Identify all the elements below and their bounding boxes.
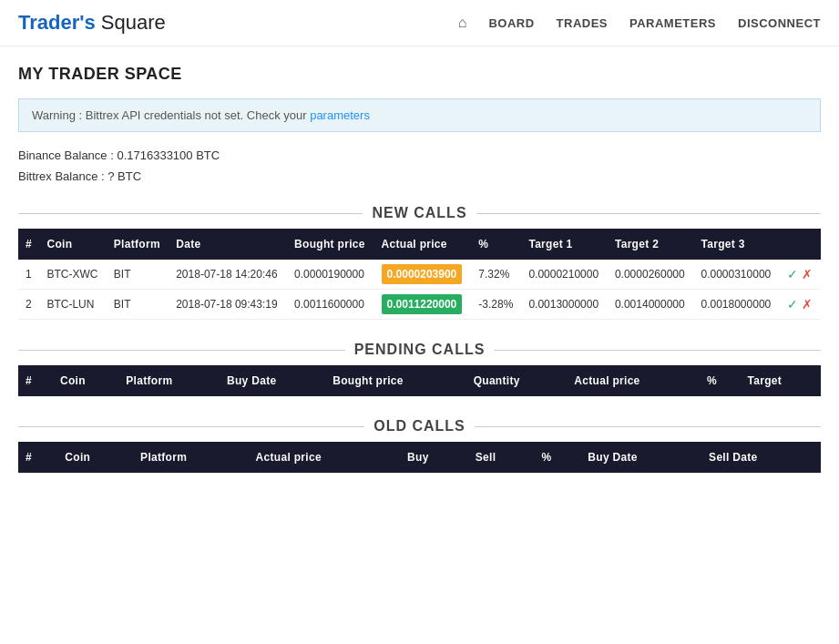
- col-date: Date: [169, 229, 287, 260]
- col-target3: Target 3: [693, 229, 780, 260]
- cell-target1: 0.0000210000: [521, 260, 608, 290]
- new-calls-title: NEW CALLS: [372, 205, 466, 221]
- cell-platform: BIT: [107, 290, 169, 320]
- col-actual-price: Actual price: [249, 442, 401, 473]
- col-num: #: [18, 365, 53, 396]
- col-percent: %: [471, 229, 521, 260]
- col-bought-price: Bought price: [287, 229, 373, 260]
- home-icon[interactable]: ⌂: [458, 15, 467, 31]
- cell-num: 1: [18, 260, 39, 290]
- parameters-link[interactable]: parameters: [310, 108, 370, 122]
- bittrex-balance: Bittrex Balance : ? BTC: [18, 169, 821, 183]
- old-calls-title: OLD CALLS: [373, 418, 466, 434]
- col-sell-date: Sell Date: [701, 442, 821, 473]
- col-percent: %: [534, 442, 580, 473]
- col-actions: [780, 229, 821, 260]
- new-calls-table: # Coin Platform Date Bought price Actual…: [18, 229, 821, 320]
- old-calls-header-row: # Coin Platform Actual price Buy Sell % …: [18, 442, 821, 473]
- cell-actual-price: 0.0000203900: [374, 260, 472, 290]
- cell-num: 2: [18, 290, 39, 320]
- col-buy: Buy: [400, 442, 468, 473]
- logo: Trader's Square: [18, 11, 166, 35]
- col-num: #: [18, 229, 39, 260]
- col-buy-date: Buy Date: [220, 365, 325, 396]
- confirm-icon[interactable]: ✓: [787, 297, 798, 312]
- nav-parameters[interactable]: PARAMETERS: [629, 16, 716, 30]
- cell-bought-price: 0.0000190000: [287, 260, 373, 290]
- cell-target3: 0.0018000000: [693, 290, 780, 320]
- delete-icon[interactable]: ✗: [802, 297, 813, 312]
- col-coin: Coin: [53, 365, 118, 396]
- new-calls-section-header: NEW CALLS: [18, 205, 821, 221]
- confirm-icon[interactable]: ✓: [787, 267, 798, 281]
- cell-percent: -3.28%: [471, 290, 521, 320]
- cell-percent: 7.32%: [471, 260, 521, 290]
- col-bought-price: Bought price: [325, 365, 466, 396]
- col-platform: Platform: [107, 229, 169, 260]
- col-buy-date: Buy Date: [580, 442, 701, 473]
- logo-square-text: Square: [96, 11, 166, 34]
- cell-actions: ✓ ✗: [780, 260, 821, 290]
- col-num: #: [18, 442, 57, 473]
- col-target: Target: [741, 365, 822, 396]
- col-platform: Platform: [133, 442, 249, 473]
- cell-coin: BTC-XWC: [39, 260, 106, 290]
- col-platform: Platform: [118, 365, 220, 396]
- pending-calls-section-header: PENDING CALLS: [18, 342, 821, 358]
- col-actual-price: Actual price: [567, 365, 700, 396]
- cell-date: 2018-07-18 14:20:46: [169, 260, 287, 290]
- binance-balance: Binance Balance : 0.1716333100 BTC: [18, 148, 821, 162]
- cell-target2: 0.0014000000: [608, 290, 694, 320]
- delete-icon[interactable]: ✗: [802, 267, 813, 281]
- header: Trader's Square ⌂ BOARD TRADES PARAMETER…: [0, 0, 839, 46]
- cell-target1: 0.0013000000: [521, 290, 608, 320]
- logo-s: s: [85, 11, 96, 34]
- pending-calls-header-row: # Coin Platform Buy Date Bought price Qu…: [18, 365, 821, 396]
- pending-calls-table: # Coin Platform Buy Date Bought price Qu…: [18, 365, 821, 396]
- pending-calls-title: PENDING CALLS: [354, 342, 486, 358]
- nav-board[interactable]: BOARD: [488, 16, 534, 30]
- page-title: MY TRADER SPACE: [18, 65, 821, 84]
- cell-target2: 0.0000260000: [608, 260, 694, 290]
- old-calls-table: # Coin Platform Actual price Buy Sell % …: [18, 442, 821, 473]
- col-coin: Coin: [57, 442, 133, 473]
- logo-trader-text: Trader: [18, 11, 79, 34]
- col-coin: Coin: [39, 229, 106, 260]
- col-target2: Target 2: [608, 229, 694, 260]
- cell-date: 2018-07-18 09:43:19: [169, 290, 287, 320]
- warning-banner: Warning : Bittrex API credentials not se…: [18, 98, 821, 132]
- cell-bought-price: 0.0011600000: [287, 290, 373, 320]
- cell-target3: 0.0000310000: [693, 260, 780, 290]
- col-percent: %: [700, 365, 741, 396]
- main-content: MY TRADER SPACE Warning : Bittrex API cr…: [0, 46, 839, 495]
- main-nav: ⌂ BOARD TRADES PARAMETERS DISCONNECT: [458, 15, 821, 31]
- cell-actual-price: 0.0011220000: [374, 290, 472, 320]
- col-quantity: Quantity: [466, 365, 568, 396]
- nav-trades[interactable]: TRADES: [557, 16, 608, 30]
- table-row: 2 BTC-LUN BIT 2018-07-18 09:43:19 0.0011…: [18, 290, 821, 320]
- col-sell: Sell: [468, 442, 535, 473]
- warning-text: Warning : Bittrex API credentials not se…: [32, 108, 310, 122]
- new-calls-header-row: # Coin Platform Date Bought price Actual…: [18, 229, 821, 260]
- nav-disconnect[interactable]: DISCONNECT: [738, 16, 821, 30]
- old-calls-section-header: OLD CALLS: [18, 418, 821, 434]
- table-row: 1 BTC-XWC BIT 2018-07-18 14:20:46 0.0000…: [18, 260, 821, 290]
- col-target1: Target 1: [521, 229, 608, 260]
- cell-coin: BTC-LUN: [39, 290, 106, 320]
- col-actual-price: Actual price: [374, 229, 472, 260]
- cell-actions: ✓ ✗: [780, 290, 821, 320]
- cell-platform: BIT: [107, 260, 169, 290]
